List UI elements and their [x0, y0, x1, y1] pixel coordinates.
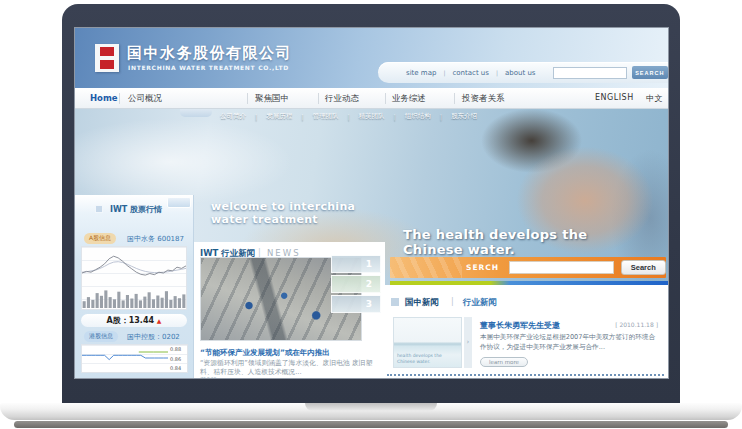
hero-search-button[interactable]: Search	[621, 260, 666, 275]
stock-panel-title: IWT 股票行情	[110, 204, 162, 215]
h-share-chart: 0.88 0.86 0.84	[81, 344, 188, 373]
company-logo[interactable]	[95, 44, 119, 72]
site-header: 国中水务股份有限公司 INTERCHINA WATER TREATMENT CO…	[75, 28, 668, 88]
subnav-item-history[interactable]: 发展历程	[266, 112, 292, 121]
h-share-badge: 港股信息	[84, 331, 118, 342]
thumbnail-caption: health develops the Chinese water.	[397, 353, 453, 365]
h-share-name: 国中控股：0202	[127, 332, 180, 342]
subnav-item-management-team[interactable]: 管理团队	[312, 112, 338, 121]
nav-divider	[454, 93, 455, 104]
panel-square-icon	[391, 298, 399, 306]
nav-item-home[interactable]: Home	[90, 93, 118, 103]
news-thumbnail[interactable]: health develops the Chinese water.	[393, 317, 462, 368]
laptop-base	[0, 403, 742, 420]
nav-divider	[119, 93, 120, 104]
hero-caption: The health develops the Chinese water.	[403, 228, 587, 257]
hero-search-input[interactable]	[509, 261, 613, 274]
industry-news-panel: IWT 行业新闻 | NEWS 1 2 3 “节能环保产业发展规划”或在年内推出…	[194, 242, 385, 378]
lang-english[interactable]: ENGLISH	[595, 93, 634, 102]
lang-chinese[interactable]: 中文	[646, 93, 663, 104]
nav-divider	[385, 93, 386, 104]
mid-article-body: “资源循环利用”领域则涵盖了海水淡化、废旧电池 废旧塑料、秸秆压块、人造板技术概…	[200, 359, 376, 377]
subnav-divider: |	[301, 113, 303, 121]
nav-item-company-overview[interactable]: 公司概况	[128, 93, 162, 105]
page-button-2[interactable]: 2	[331, 275, 381, 293]
tab-divider: |	[451, 297, 454, 306]
tab-company-news[interactable]: 国中新闻	[405, 297, 439, 309]
company-news-panel: 国中新闻 | 行业新闻 health develops the Chinese …	[385, 285, 668, 378]
panel-square-icon	[95, 205, 103, 213]
subnav-item-organization[interactable]: 组织结构	[405, 112, 431, 121]
page-button-3[interactable]: 3	[331, 295, 381, 313]
browser-viewport: 国中水务股份有限公司 INTERCHINA WATER TREATMENT CO…	[75, 28, 668, 378]
laptop-screen-bezel: 国中水务股份有限公司 INTERCHINA WATER TREATMENT CO…	[62, 4, 680, 404]
nav-item-industry-news[interactable]: 行业动态	[325, 93, 359, 105]
logo-red-mark	[100, 47, 114, 69]
subnav-divider: |	[394, 113, 396, 121]
page-button-1[interactable]: 1	[331, 255, 381, 273]
link-about-us[interactable]: about us	[505, 69, 536, 77]
right-article-date: [ 2010.11.18 ]	[615, 321, 658, 328]
company-name-en: INTERCHINA WATER TREATMENT CO.,LTD	[128, 64, 289, 71]
stock-panel-more-button[interactable]	[167, 197, 191, 208]
laptop-base-notch	[305, 403, 437, 411]
utility-bar: site map | contact us | about us SEARCH	[378, 62, 668, 83]
tab-industry-news[interactable]: 行业新闻	[463, 297, 497, 309]
right-article-body: 本届中美环保产业论坛是根据2007年中美双方签订的环境合作协议，为促进中美环保产…	[480, 333, 660, 352]
link-contact-us[interactable]: contact us	[452, 69, 489, 77]
subnav-divider: |	[255, 113, 257, 121]
hero-search-label: SERCH	[466, 263, 499, 272]
right-article-title[interactable]: 董事长朱勇军先生受邀	[480, 320, 560, 331]
nav-divider	[318, 93, 319, 104]
a-share-chart	[81, 246, 187, 310]
thumbnail-next-arrow[interactable]: ›	[464, 317, 472, 368]
nav-divider	[247, 93, 248, 104]
header-search-input[interactable]	[553, 67, 627, 79]
nav-item-business-summary[interactable]: 业务综述	[392, 93, 426, 105]
learn-more-button[interactable]: learn more	[480, 357, 528, 367]
utility-separator: |	[443, 69, 445, 76]
nav-active-tab-bump	[180, 109, 212, 117]
subnav-item-shareholders[interactable]: 股东介绍	[451, 112, 477, 121]
title-divider: |	[258, 248, 261, 257]
header-search-button[interactable]: SEARCH	[632, 66, 668, 79]
company-name-zh: 国中水务股份有限公司	[127, 44, 292, 63]
nav-item-investor-relations[interactable]: 投资者关系	[462, 93, 505, 105]
laptop-shadow	[14, 421, 728, 428]
link-site-map[interactable]: site map	[406, 69, 436, 77]
main-nav: Home 公司概况 聚焦国中 行业动态 业务综述 投资者关系 ENGLISH 中…	[75, 88, 668, 109]
utility-separator: |	[496, 69, 498, 76]
subnav-item-company-profile[interactable]: 公司简介	[220, 112, 246, 121]
subnav-divider: |	[347, 113, 349, 121]
hero-search-bar: SERCH Search	[390, 257, 666, 278]
subnav-divider: |	[440, 113, 442, 121]
more-link[interactable]: more	[200, 375, 217, 378]
slider-pagination: 1 2 3	[331, 255, 381, 315]
stock-quote-panel: IWT 股票行情 A股信息 国中水务 600187 A股：13.44 ▲ 港股信…	[75, 195, 194, 378]
price-up-arrow-icon: ▲	[157, 317, 162, 324]
h-share-axis-labels: 0.88 0.86 0.84	[168, 345, 187, 372]
a-share-price: A股：13.44 ▲	[81, 314, 187, 327]
mid-article-title[interactable]: “节能环保产业发展规划”或在年内推出	[200, 348, 330, 358]
a-share-badge: A股信息	[84, 233, 116, 244]
subnav-item-elite-team[interactable]: 精英团队	[359, 112, 385, 121]
nav-item-focus-interchina[interactable]: 聚焦国中	[255, 93, 289, 105]
welcome-heading: welcome to interchina water treatment	[211, 200, 355, 226]
a-share-name: 国中水务 600187	[127, 234, 184, 244]
dotted-divider	[387, 374, 664, 376]
subnav: 公司简介 | 发展历程 | 管理团队 | 精英团队 | 组织结构 | 股东介绍	[220, 112, 477, 121]
